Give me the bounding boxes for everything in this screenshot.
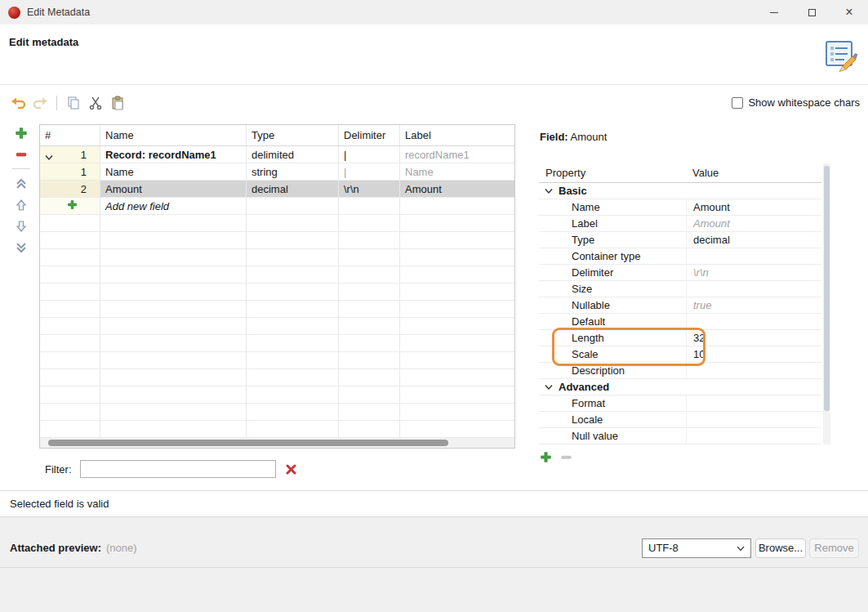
- prop-row-null-value[interactable]: Null value: [539, 428, 821, 444]
- prop-description-value[interactable]: [686, 363, 821, 378]
- col-header-type: Type: [247, 125, 339, 145]
- field-delimiter-cell[interactable]: \r\n: [339, 181, 400, 197]
- empty-cell: [339, 198, 400, 214]
- prop-null-value-value[interactable]: [686, 428, 821, 444]
- empty-cell: [400, 198, 514, 214]
- cut-icon[interactable]: [87, 95, 104, 111]
- prop-vscrollbar[interactable]: [823, 163, 830, 444]
- prop-row-default[interactable]: Default: [539, 314, 821, 330]
- close-icon: ×: [845, 6, 852, 19]
- fields-table: # Name Type Delimiter Label 1 Record: re…: [39, 124, 515, 449]
- remove-field-button[interactable]: [15, 147, 29, 161]
- app-icon: [8, 7, 20, 19]
- properties-table: Property Value Basic Name Amount Label A…: [539, 163, 821, 444]
- encoding-select[interactable]: UTF-8: [642, 538, 751, 558]
- prop-default-value[interactable]: [686, 314, 821, 329]
- record-type-cell[interactable]: delimited: [247, 146, 339, 163]
- show-whitespace-checkbox[interactable]: Show whitespace chars: [732, 96, 860, 109]
- table-row-add-new-field[interactable]: Add new field: [40, 198, 514, 215]
- record-delimiter-cell[interactable]: |: [339, 146, 400, 163]
- field-name-cell[interactable]: Name: [100, 163, 247, 180]
- prop-row-description[interactable]: Description: [539, 363, 821, 379]
- field-tools: [11, 126, 31, 254]
- table-row-record[interactable]: 1 Record: recordName1 delimited | record…: [40, 146, 514, 163]
- browse-button[interactable]: Browse...: [755, 538, 806, 558]
- field-label-cell[interactable]: Name: [400, 163, 514, 180]
- prop-nullable-value[interactable]: true: [686, 297, 821, 313]
- maximize-icon: [808, 9, 816, 16]
- record-label-cell[interactable]: recordName1: [400, 146, 514, 163]
- prop-locale-value[interactable]: [686, 412, 821, 427]
- prop-container-type-value[interactable]: [686, 248, 821, 264]
- prop-group-advanced[interactable]: Advanced: [539, 379, 821, 395]
- field-label-cell[interactable]: Amount: [400, 181, 514, 197]
- field-delimiter-cell[interactable]: |: [339, 163, 400, 180]
- table-row-empty: [40, 335, 514, 352]
- prop-row-nullable[interactable]: Nullable true: [539, 297, 821, 314]
- add-property-button[interactable]: [540, 451, 552, 466]
- prop-scale-value[interactable]: 10: [686, 346, 821, 362]
- close-button[interactable]: ×: [830, 0, 868, 25]
- add-new-field-cell[interactable]: Add new field: [100, 198, 247, 214]
- filter-input[interactable]: [80, 460, 276, 478]
- dialog-header: Edit metadata: [0, 25, 868, 85]
- prop-size-value[interactable]: [686, 281, 821, 297]
- prop-row-scale[interactable]: Scale 10: [539, 346, 821, 363]
- table-row-empty: [40, 284, 514, 301]
- prop-row-locale[interactable]: Locale: [539, 412, 821, 428]
- copy-icon[interactable]: [65, 95, 82, 111]
- field-name-cell[interactable]: Amount: [100, 181, 247, 197]
- move-down-button[interactable]: [15, 219, 29, 233]
- record-name-cell[interactable]: Record: recordName1: [100, 146, 247, 163]
- prop-label-label: Label: [539, 216, 686, 231]
- table-row-field-amount[interactable]: 2 Amount decimal \r\n Amount: [40, 181, 514, 198]
- move-bottom-button[interactable]: [15, 240, 29, 254]
- field-type-cell[interactable]: decimal: [247, 181, 339, 197]
- prop-row-type[interactable]: Type decimal: [539, 232, 821, 248]
- remove-property-button[interactable]: [560, 451, 572, 466]
- prop-label-value[interactable]: Amount: [686, 216, 821, 231]
- prop-delimiter-value[interactable]: \r\n: [686, 265, 821, 280]
- prop-length-value[interactable]: 32: [686, 330, 821, 346]
- add-field-button[interactable]: [15, 126, 29, 140]
- prop-row-size[interactable]: Size: [539, 281, 821, 297]
- prop-name-value[interactable]: Amount: [686, 199, 821, 215]
- table-hscrollbar[interactable]: [40, 438, 514, 448]
- prop-row-name[interactable]: Name Amount: [539, 199, 821, 216]
- prop-row-container-type[interactable]: Container type: [539, 248, 821, 265]
- table-row-field-name[interactable]: 1 Name string | Name: [40, 163, 514, 181]
- remove-button[interactable]: Remove: [809, 538, 859, 558]
- prop-row-label[interactable]: Label Amount: [539, 216, 821, 232]
- toolbar-divider: [56, 96, 57, 110]
- redo-icon[interactable]: [32, 95, 48, 111]
- basic-group-chevron-icon[interactable]: [545, 188, 553, 194]
- prop-scale-label: Scale: [539, 346, 686, 362]
- col-header-name: Name: [100, 125, 247, 145]
- move-up-button[interactable]: [15, 198, 29, 212]
- move-top-button[interactable]: [15, 176, 29, 190]
- properties-header: Property Value: [539, 163, 821, 183]
- prop-row-delimiter[interactable]: Delimiter \r\n: [539, 265, 821, 281]
- prop-row-format[interactable]: Format: [539, 395, 821, 412]
- prop-format-value[interactable]: [686, 395, 821, 411]
- table-row-empty: [40, 404, 514, 421]
- minimize-button[interactable]: [755, 0, 793, 25]
- prop-row-length[interactable]: Length 32: [539, 330, 821, 346]
- show-whitespace-label: Show whitespace chars: [748, 96, 860, 109]
- undo-icon[interactable]: [10, 95, 26, 111]
- titlebar: Edit Metadata ×: [0, 0, 868, 25]
- record-expand-chevron-icon[interactable]: [45, 151, 53, 163]
- hscrollbar-thumb[interactable]: [48, 440, 448, 446]
- paste-icon[interactable]: [109, 95, 126, 111]
- prop-container-type-label: Container type: [539, 248, 686, 264]
- side-toolbar-divider: [12, 168, 30, 169]
- add-row-plus-icon[interactable]: [67, 199, 78, 212]
- field-type-cell[interactable]: string: [247, 163, 339, 180]
- vscrollbar-thumb[interactable]: [824, 166, 830, 411]
- maximize-button[interactable]: [793, 0, 830, 25]
- prop-group-basic[interactable]: Basic: [539, 183, 821, 199]
- advanced-group-chevron-icon[interactable]: [545, 384, 553, 391]
- prop-type-value[interactable]: decimal: [686, 232, 821, 248]
- prop-length-label: Length: [539, 330, 686, 346]
- filter-clear-button[interactable]: [286, 464, 296, 475]
